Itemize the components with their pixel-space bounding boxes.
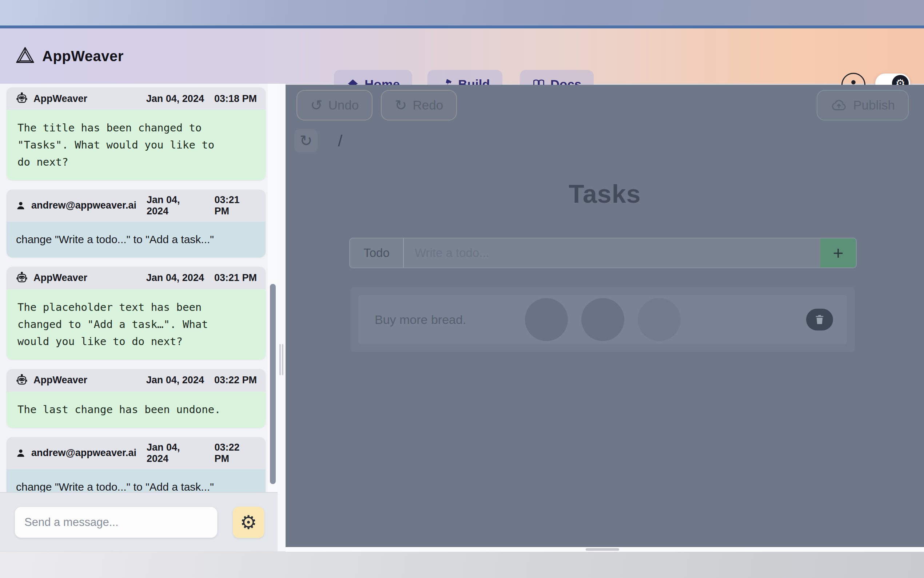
message-header: AppWeaver Jan 04, 2024 03:21 PM: [6, 267, 265, 289]
task-text: Buy more bread.: [375, 295, 466, 344]
message-date: Jan 04, 2024: [146, 272, 204, 284]
person-icon: [15, 200, 26, 211]
message-sender: andrew@appweaver.ai: [31, 447, 136, 459]
brand: AppWeaver: [14, 28, 124, 84]
message-date: Jan 04, 2024: [147, 194, 204, 217]
message-date: Jan 04, 2024: [147, 442, 204, 464]
preview-app-title: Tasks: [286, 179, 924, 209]
app-header: AppWeaver Home Build: [0, 28, 924, 84]
message-time: 03:21 PM: [214, 272, 257, 284]
trash-icon: [813, 313, 826, 326]
message-sender: AppWeaver: [34, 93, 87, 104]
chat-message-bot: AppWeaver Jan 04, 2024 03:21 PM The plac…: [6, 267, 265, 360]
task-list: Buy more bread.: [350, 287, 855, 352]
redo-icon: ↻: [395, 98, 407, 112]
todo-text-input[interactable]: Write a todo...: [404, 239, 820, 268]
chat-message-bot: AppWeaver Jan 04, 2024 03:22 PM The last…: [6, 369, 265, 428]
todo-input-row: Todo Write a todo... +: [349, 238, 857, 268]
preview-path: /: [338, 132, 342, 150]
brand-name: AppWeaver: [42, 48, 124, 65]
chat-message-input[interactable]: [15, 507, 218, 538]
panel-resize-handle[interactable]: [278, 84, 286, 551]
message-header: andrew@appweaver.ai Jan 04, 2024 03:21 P…: [6, 190, 265, 222]
message-date: Jan 04, 2024: [146, 375, 204, 386]
message-header: AppWeaver Jan 04, 2024 03:18 PM: [6, 88, 265, 110]
window-top-border: [0, 26, 924, 28]
message-date: Jan 04, 2024: [146, 93, 204, 104]
resize-grip-line: [279, 344, 281, 375]
chat-message-user: andrew@appweaver.ai Jan 04, 2024 03:22 P…: [6, 437, 265, 492]
message-sender: AppWeaver: [34, 375, 87, 386]
preview-horizontal-scrollbar: [286, 547, 924, 552]
message-time: 03:18 PM: [214, 93, 257, 104]
appweaver-logo-icon: [14, 45, 36, 67]
publish-label: Publish: [853, 98, 895, 112]
undo-button[interactable]: ↺ Undo: [296, 90, 372, 120]
person-icon: [15, 448, 26, 459]
status-dot: [638, 298, 681, 341]
robot-icon: [15, 271, 28, 285]
chat-input-bar: ⚙: [0, 492, 278, 551]
task-item: Buy more bread.: [358, 295, 847, 344]
message-time: 03:22 PM: [214, 442, 257, 464]
add-task-button[interactable]: +: [820, 239, 856, 268]
message-header: AppWeaver Jan 04, 2024 03:22 PM: [6, 369, 265, 392]
chat-panel: AppWeaver Jan 04, 2024 03:18 PM The titl…: [0, 84, 286, 551]
chat-message-user: andrew@appweaver.ai Jan 04, 2024 03:21 P…: [6, 190, 265, 257]
status-dot: [525, 298, 568, 341]
message-time: 03:22 PM: [214, 375, 257, 386]
message-body: The placeholder text has been changed to…: [6, 289, 265, 360]
chat-scrollbar-thumb[interactable]: [270, 284, 276, 484]
undo-label: Undo: [328, 98, 359, 112]
preview-url-row: ↻ /: [294, 129, 342, 153]
message-body: The last change has been undone.: [6, 392, 265, 428]
cloud-upload-icon: [830, 97, 847, 114]
chat-message-list: AppWeaver Jan 04, 2024 03:18 PM The titl…: [0, 84, 286, 492]
publish-button[interactable]: Publish: [817, 90, 909, 120]
todo-label: Todo: [350, 239, 404, 268]
refresh-button[interactable]: ↻: [294, 129, 317, 153]
robot-icon: [15, 374, 28, 387]
robot-icon: [15, 92, 28, 105]
desktop-top-strip: [0, 0, 924, 26]
gear-icon: ⚙: [240, 513, 257, 532]
refresh-icon: ↻: [299, 133, 312, 148]
message-body: change "Write a todo..." to "Add a task.…: [6, 222, 265, 257]
message-time: 03:21 PM: [214, 194, 257, 217]
message-body: change "Write a todo..." to "Add a task.…: [6, 469, 265, 492]
redo-button[interactable]: ↻ Redo: [381, 90, 457, 120]
message-body: The title has been changed to "Tasks". W…: [6, 110, 265, 180]
message-header: andrew@appweaver.ai Jan 04, 2024 03:22 P…: [6, 437, 265, 469]
delete-task-button[interactable]: [806, 308, 833, 331]
horizontal-scrollbar-thumb[interactable]: [586, 548, 619, 551]
chat-settings-button[interactable]: ⚙: [233, 507, 264, 538]
message-sender: andrew@appweaver.ai: [31, 200, 136, 211]
desktop-bottom-strip: [0, 552, 924, 578]
message-sender: AppWeaver: [34, 272, 87, 284]
undo-icon: ↺: [310, 98, 323, 112]
status-dot: [581, 298, 624, 341]
chat-message-bot: AppWeaver Jan 04, 2024 03:18 PM The titl…: [6, 88, 265, 180]
redo-label: Redo: [413, 98, 443, 112]
resize-grip-line: [282, 344, 283, 375]
app-preview-pane: ↺ Undo ↻ Redo Publish ↻ / Tasks Todo Wri…: [286, 85, 924, 547]
